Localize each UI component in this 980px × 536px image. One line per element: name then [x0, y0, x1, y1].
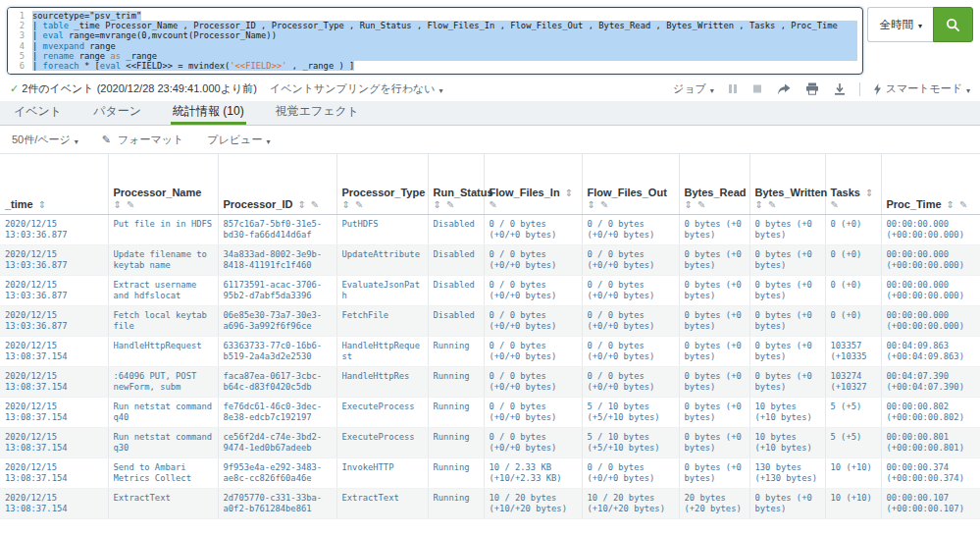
table-cell[interactable]: Run netstat command q30: [108, 428, 218, 458]
table-cell[interactable]: Running: [428, 428, 484, 458]
table-cell[interactable]: 00:00:00.000 (+00:00:00.000): [881, 306, 980, 337]
sort-icon[interactable]: ⇕: [947, 199, 954, 210]
table-cell[interactable]: 0 / 0 bytes (+0/+0 bytes): [582, 276, 679, 306]
table-cell[interactable]: 00:00:00.801 (+00:00:00.801): [881, 428, 980, 458]
column-header[interactable]: Flow_Files_Out⇕✎: [582, 154, 679, 215]
table-cell[interactable]: 0 / 0 bytes (+0/+0 bytes): [484, 337, 582, 367]
export-button[interactable]: [833, 82, 847, 96]
table-cell[interactable]: UpdateAttribute: [336, 245, 428, 276]
preview-dropdown[interactable]: プレビュー: [207, 133, 270, 147]
table-cell[interactable]: 0 (+0): [825, 306, 881, 337]
sort-icon[interactable]: ⇕: [342, 199, 350, 210]
search-button[interactable]: [933, 7, 973, 42]
table-cell[interactable]: Running: [428, 489, 484, 519]
tab-visualization[interactable]: 視覚エフェクト: [274, 101, 361, 125]
table-cell[interactable]: ExtractText: [108, 489, 218, 519]
table-cell[interactable]: 0 bytes (+0 bytes): [679, 245, 749, 276]
tab-events[interactable]: イベント: [12, 101, 64, 125]
table-cell[interactable]: Running: [428, 458, 484, 489]
table-cell[interactable]: Send to Ambari Metrics Collect: [108, 458, 218, 489]
tab-patterns[interactable]: パターン: [91, 101, 143, 125]
table-cell[interactable]: Running: [428, 367, 484, 398]
table-cell[interactable]: HandleHttpRes: [336, 367, 428, 398]
table-cell[interactable]: 2020/12/15 13:08:37.154: [0, 398, 108, 428]
table-cell[interactable]: 0 bytes (+0 bytes): [749, 489, 825, 519]
table-cell[interactable]: faca87ea-0617-3cbc-b64c-d83f0420c5db: [218, 367, 336, 398]
edit-column-icon[interactable]: ✎: [490, 199, 497, 210]
sort-icon[interactable]: ⇕: [434, 199, 441, 210]
table-cell[interactable]: InvokeHTTP: [336, 458, 428, 489]
table-cell[interactable]: 0 / 0 bytes (+0/+0 bytes): [484, 215, 582, 245]
table-cell[interactable]: 10 (+10): [825, 458, 881, 489]
table-cell[interactable]: Run netstat command q40: [108, 398, 218, 428]
table-cell[interactable]: Disabled: [428, 306, 484, 337]
table-cell[interactable]: 0 bytes (+0 bytes): [679, 428, 749, 458]
table-cell[interactable]: 2d705770-c331-33ba-a0f2-b761284be861: [218, 489, 336, 519]
table-cell[interactable]: 63363733-77c0-16b6-b519-2a4a3d2e2530: [218, 337, 336, 367]
column-header[interactable]: Run_Status⇕✎: [428, 154, 484, 215]
table-cell[interactable]: 2020/12/15 13:08:37.154: [0, 489, 108, 519]
column-header[interactable]: Bytes_Read⇕✎: [679, 154, 749, 215]
table-cell[interactable]: 0 / 0 bytes (+0/+0 bytes): [582, 337, 679, 367]
table-cell[interactable]: 0 / 0 bytes (+0/+0 bytes): [582, 215, 679, 245]
format-button[interactable]: フォーマット: [102, 133, 184, 147]
table-cell[interactable]: 5 (+5): [825, 398, 881, 428]
event-sampling-dropdown[interactable]: イベントサンプリングを行わない: [270, 81, 443, 96]
sort-icon[interactable]: ⇕: [755, 199, 763, 210]
table-cell[interactable]: Put file in in HDFS: [108, 215, 218, 245]
table-cell[interactable]: 00:00:00.374 (+00:00:00.374): [881, 458, 980, 489]
table-cell[interactable]: 0 / 0 bytes (+0/+0 bytes): [484, 306, 582, 337]
table-cell[interactable]: 9f953e4a-e292-3483-ae8c-cc826f60a46e: [218, 458, 336, 489]
table-cell[interactable]: 10 (+10): [825, 489, 881, 519]
sort-icon[interactable]: ⇕: [114, 199, 122, 210]
sort-icon[interactable]: ⇕: [685, 199, 693, 210]
edit-column-icon[interactable]: ✎: [697, 199, 705, 210]
table-cell[interactable]: Running: [428, 398, 484, 428]
table-cell[interactable]: HandleHttpRequest: [336, 337, 428, 367]
table-cell[interactable]: ExtractText: [336, 489, 428, 519]
table-cell[interactable]: 0 / 0 bytes (+0/+0 bytes): [484, 367, 582, 398]
table-cell[interactable]: 0 / 0 bytes (+0/+0 bytes): [582, 245, 679, 276]
table-cell[interactable]: 130 bytes (+130 bytes): [749, 458, 825, 489]
table-cell[interactable]: 00:00:00.000 (+00:00:00.000): [881, 215, 980, 245]
sort-icon[interactable]: ⇕: [38, 199, 46, 210]
table-cell[interactable]: 2020/12/15 13:08:37.154: [0, 428, 108, 458]
column-header[interactable]: Bytes_Written⇕✎: [749, 154, 825, 215]
table-cell[interactable]: 0 (+0): [825, 215, 881, 245]
sort-icon[interactable]: ⇕: [588, 199, 595, 210]
share-job-button[interactable]: [776, 82, 792, 96]
table-cell[interactable]: PutHDFS: [336, 215, 428, 245]
table-cell[interactable]: 2020/12/15 13:03:36.877: [0, 306, 108, 337]
time-range-picker[interactable]: 全時間: [867, 7, 933, 42]
edit-column-icon[interactable]: ✎: [959, 199, 967, 210]
table-cell[interactable]: Fetch local keytab file: [108, 306, 218, 337]
table-cell[interactable]: 0 bytes (+0 bytes): [749, 276, 825, 306]
table-cell[interactable]: 00:04:07.390 (+00:04:07.390): [881, 367, 980, 398]
table-cell[interactable]: 34a833ad-8002-3e9b-8418-41191fc1f460: [218, 245, 336, 276]
print-button[interactable]: [804, 81, 820, 96]
table-cell[interactable]: 103274 (+10327: [825, 367, 881, 398]
job-menu[interactable]: ジョブ: [673, 81, 714, 96]
table-cell[interactable]: 0 / 0 bytes (+0/+0 bytes): [484, 398, 582, 428]
table-cell[interactable]: 2020/12/15 13:08:37.154: [0, 367, 108, 398]
column-header[interactable]: Processor_ID⇕✎: [218, 154, 336, 215]
table-cell[interactable]: 0 bytes (+0 bytes): [679, 458, 749, 489]
sort-icon[interactable]: ⇕: [297, 199, 305, 210]
pause-job-button[interactable]: [727, 82, 739, 95]
edit-column-icon[interactable]: ✎: [446, 199, 454, 210]
tab-statistics[interactable]: 統計情報 (10): [171, 101, 246, 125]
table-cell[interactable]: 10 / 20 bytes (+10/+20 bytes): [582, 489, 679, 519]
table-cell[interactable]: 10 / 20 bytes (+10/+20 bytes): [484, 489, 582, 519]
table-cell[interactable]: 00:04:09.863 (+00:04:09.863): [881, 337, 980, 367]
table-cell[interactable]: Extract username and hdfslocat: [108, 276, 218, 306]
table-cell[interactable]: 0 / 0 bytes (+0/+0 bytes): [484, 245, 582, 276]
table-cell[interactable]: 2020/12/15 13:08:37.154: [0, 337, 108, 367]
table-cell[interactable]: Disabled: [428, 215, 484, 245]
column-header[interactable]: _time⇕: [0, 154, 108, 215]
table-cell[interactable]: 0 bytes (+0 bytes): [749, 337, 825, 367]
table-cell[interactable]: 61173591-acac-3706-95b2-d7abf5da3396: [218, 276, 336, 306]
sort-icon[interactable]: ⇕: [865, 188, 873, 198]
stop-job-button[interactable]: [751, 82, 763, 95]
column-header[interactable]: Processor_Type⇕✎: [336, 154, 428, 215]
table-cell[interactable]: 0 bytes (+0 bytes): [749, 245, 825, 276]
